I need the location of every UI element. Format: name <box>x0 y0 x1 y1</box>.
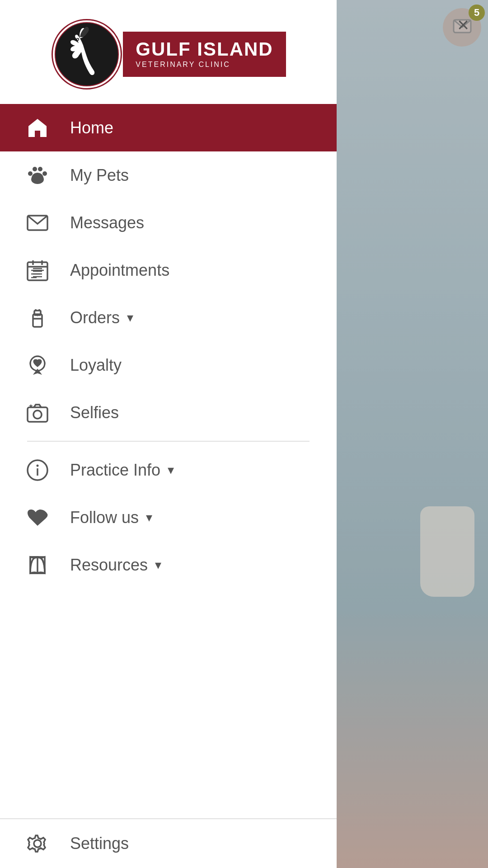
partial-jar <box>420 506 474 597</box>
svg-point-36 <box>36 464 38 467</box>
nav-item-practice-info[interactable]: Practice Info ▾ <box>0 446 337 494</box>
svg-point-4 <box>77 39 79 40</box>
svg-point-8 <box>38 167 42 171</box>
svg-point-40 <box>34 840 41 847</box>
nav-list: Home My Pets Me <box>0 104 337 818</box>
book-icon <box>23 550 52 580</box>
camera-icon: ★ <box>23 398 52 427</box>
nav-item-loyalty[interactable]: Loyalty <box>0 341 337 389</box>
nav-item-selfies[interactable]: ★ Selfies <box>0 389 337 436</box>
home-icon <box>23 113 52 142</box>
logo-container: GULF ISLAND VETERINARY CLINIC <box>51 18 286 90</box>
follow-us-chevron: ▾ <box>146 510 152 525</box>
svg-rect-31 <box>28 407 47 422</box>
nav-drawer: GULF ISLAND VETERINARY CLINIC Home <box>0 0 337 868</box>
svg-point-32 <box>33 410 42 419</box>
nav-item-resources[interactable]: Resources ▾ <box>0 541 337 589</box>
nav-item-appointments[interactable]: Appointments <box>0 246 337 294</box>
gear-icon <box>23 829 52 859</box>
overlay <box>337 0 488 868</box>
svg-text:★: ★ <box>28 403 33 409</box>
loyalty-icon <box>23 350 52 380</box>
heart-icon <box>23 503 52 532</box>
nav-item-my-pets[interactable]: My Pets <box>0 151 337 199</box>
settings-bar[interactable]: Settings <box>0 818 337 868</box>
paw-icon <box>23 160 52 190</box>
nav-item-home[interactable]: Home <box>0 104 337 151</box>
orders-chevron: ▾ <box>127 310 133 325</box>
svg-text:+: + <box>36 313 39 318</box>
nav-item-orders[interactable]: + Orders ▾ <box>0 294 337 341</box>
bottle-icon: + <box>23 303 52 332</box>
practice-info-chevron: ▾ <box>168 462 174 477</box>
svg-point-9 <box>28 171 33 176</box>
nav-item-messages[interactable]: Messages <box>0 199 337 246</box>
logo-icon <box>51 18 123 90</box>
logo-text: GULF ISLAND VETERINARY CLINIC <box>123 32 286 77</box>
close-button[interactable]: × <box>447 9 479 41</box>
nav-item-follow-us[interactable]: Follow us ▾ <box>0 494 337 541</box>
svg-point-7 <box>33 167 37 171</box>
logo-area: GULF ISLAND VETERINARY CLINIC <box>0 0 337 104</box>
nav-divider <box>0 436 337 446</box>
svg-point-10 <box>42 171 47 176</box>
info-icon <box>23 455 52 485</box>
mail-icon <box>23 208 52 237</box>
calendar-icon <box>23 255 52 285</box>
resources-chevron: ▾ <box>155 557 161 572</box>
